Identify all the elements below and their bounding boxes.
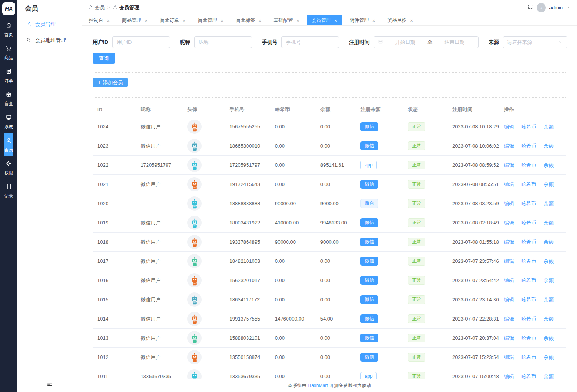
rail-item-会员[interactable]: 会员 [4,133,13,156]
close-icon[interactable]: × [107,18,110,23]
phone-input[interactable] [281,36,339,48]
action-balance[interactable]: 余额 [544,258,554,264]
action-hash-coin[interactable]: 哈希币 [521,181,536,187]
close-icon[interactable]: × [410,18,413,23]
action-hash-coin[interactable]: 哈希币 [521,143,536,149]
fullscreen-icon[interactable] [527,4,533,11]
action-balance[interactable]: 余额 [544,335,554,341]
action-hash-coin[interactable]: 哈希币 [521,297,536,302]
action-hash-coin[interactable]: 哈希币 [521,201,536,206]
action-balance[interactable]: 余额 [544,124,554,130]
tab-附件管理[interactable]: 附件管理 × [345,15,380,25]
action-edit[interactable]: 编辑 [504,162,514,168]
action-hash-coin[interactable]: 哈希币 [521,316,536,322]
action-hash-coin[interactable]: 哈希币 [521,374,536,379]
cell-balance: 0.00 [317,290,357,309]
action-balance[interactable]: 余额 [544,201,554,206]
action-balance[interactable]: 余额 [544,297,554,302]
action-balance[interactable]: 余额 [544,220,554,226]
action-edit[interactable]: 编辑 [504,239,514,245]
tab-盲盒管理[interactable]: 盲盒管理 × [193,15,228,25]
action-edit[interactable]: 编辑 [504,335,514,341]
rail-item-label: 权限 [4,170,13,176]
user-id-input[interactable] [112,36,170,48]
action-balance[interactable]: 余额 [544,181,554,187]
tab-盲盒标签[interactable]: 盲盒标签 × [232,15,266,25]
search-button[interactable]: 查询 [93,53,115,64]
regtime-label: 注册时间 [349,39,370,46]
action-edit[interactable]: 编辑 [504,124,514,130]
action-edit[interactable]: 编辑 [504,354,514,360]
rail-item-盲盒[interactable]: 盲盒 [4,87,13,110]
source-badge: 微信 [360,238,378,246]
action-hash-coin[interactable]: 哈希币 [521,277,536,283]
action-balance[interactable]: 余额 [544,239,554,245]
action-edit[interactable]: 编辑 [504,374,514,379]
action-hash-coin[interactable]: 哈希币 [521,335,536,341]
robot-avatar [187,273,202,287]
rail-item-首页[interactable]: 首页 [4,18,13,41]
close-icon[interactable]: × [183,18,186,23]
add-member-button[interactable]: + 添加会员 [93,78,128,87]
rail-item-权限[interactable]: 权限 [4,156,13,179]
tab-label: 控制台 [89,17,103,24]
submenu-title: 会员 [17,0,82,16]
tab-盲盒订单[interactable]: 盲盒订单 × [156,15,190,25]
action-hash-coin[interactable]: 哈希币 [521,162,536,168]
chevron-down-icon[interactable] [566,4,571,11]
nickname-input[interactable] [194,36,252,48]
breadcrumb-item-member[interactable]: 会员 [88,4,105,11]
action-edit[interactable]: 编辑 [504,220,514,226]
close-icon[interactable]: × [258,18,262,23]
action-edit[interactable]: 编辑 [504,258,514,264]
cell-status: 正常 [404,329,449,348]
action-balance[interactable]: 余额 [544,316,554,322]
source-select[interactable]: 请选择来源 [503,36,567,48]
close-icon[interactable]: × [145,18,148,23]
action-edit[interactable]: 编辑 [504,297,514,302]
close-icon[interactable]: × [220,18,223,23]
avatar[interactable]: a [537,3,546,12]
close-icon[interactable]: × [296,18,299,23]
rail-item-商品[interactable]: 商品 [4,41,13,64]
rail-item-label: 记录 [4,193,13,199]
action-hash-coin[interactable]: 哈希币 [521,258,536,264]
tab-会员管理[interactable]: 会员管理 × [307,15,342,25]
action-hash-coin[interactable]: 哈希币 [521,220,536,226]
action-hash-coin[interactable]: 哈希币 [521,124,536,130]
rail-item-系统[interactable]: 系统 [4,110,13,133]
action-edit[interactable]: 编辑 [504,143,514,149]
action-edit[interactable]: 编辑 [504,277,514,283]
cell-avatar [183,309,225,329]
action-balance[interactable]: 余额 [544,162,554,168]
action-balance[interactable]: 余额 [544,143,554,149]
tab-控制台[interactable]: 控制台 × [85,15,114,25]
submenu-item-会员管理[interactable]: 会员管理 [17,16,82,32]
action-balance[interactable]: 余额 [544,277,554,283]
column-header-手机号: 手机号 [226,102,271,117]
rail-item-记录[interactable]: 记录 [4,179,13,203]
date-range-picker[interactable]: 开始日期 至 结束日期 [374,36,479,48]
cell-actions: 编辑哈希币余额 [500,156,566,175]
submenu-item-会员地址管理[interactable]: 会员地址管理 [17,32,82,48]
username-label[interactable]: admin [549,5,563,10]
action-balance[interactable]: 余额 [544,354,554,360]
app-logo[interactable]: HA [2,2,15,15]
action-edit[interactable]: 编辑 [504,181,514,187]
collapse-toggle-button[interactable] [17,378,82,392]
action-balance[interactable]: 余额 [544,374,554,379]
tab-商品管理[interactable]: 商品管理 × [118,15,152,25]
rail-item-订单[interactable]: 订单 [4,64,13,87]
action-edit[interactable]: 编辑 [504,316,514,322]
close-icon[interactable]: × [334,18,337,23]
action-hash-coin[interactable]: 哈希币 [521,239,536,245]
cell-balance: 0.00 [317,117,357,136]
cell-id: 1018 [93,233,137,252]
tab-基础配置[interactable]: 基础配置 × [269,15,304,25]
action-edit[interactable]: 编辑 [504,201,514,206]
tab-奖品兑换[interactable]: 奖品兑换 × [383,15,417,25]
cell-hash-coin: 0.00 [271,175,317,194]
action-hash-coin[interactable]: 哈希币 [521,354,536,360]
footer-brand-link[interactable]: HashMart [308,383,328,388]
close-icon[interactable]: × [372,18,375,23]
